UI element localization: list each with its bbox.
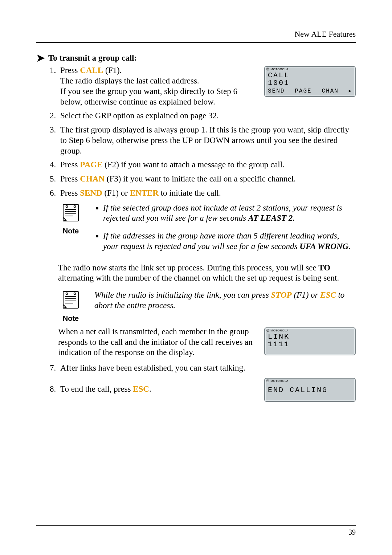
- para-to-b: TO: [318, 263, 330, 272]
- note1-item2-emph: UFA WRONG: [299, 242, 348, 251]
- note2-label: Note: [58, 314, 83, 323]
- step4-pre: Press: [60, 160, 80, 169]
- note-icon: [61, 290, 81, 310]
- step-5: Press CHAN (F3) if you want to initiate …: [58, 174, 356, 184]
- step-2: Select the GRP option as explained on pa…: [58, 111, 356, 121]
- svg-rect-7: [63, 291, 78, 308]
- lcd-call-line2: 1001: [266, 79, 354, 87]
- key-chan: CHAN: [80, 174, 105, 183]
- lcd-link-line1: LINK: [266, 333, 354, 340]
- step6-pre: Press: [60, 188, 80, 197]
- section-title: To transmit a group call:: [48, 53, 137, 64]
- lcd-scroll-right-icon: ▶: [349, 89, 352, 94]
- step5-post: (F3) if you want to initiate the call on…: [105, 174, 296, 183]
- key-esc: ESC: [320, 290, 336, 299]
- note1-item-2: If the addresses in the group have more …: [103, 231, 356, 252]
- note1-item1-emph: AT LEAST 2: [248, 213, 293, 223]
- step6-post: to initiate the call.: [159, 188, 221, 197]
- steps-list: Press CALL (F1). The radio displays the …: [58, 65, 356, 198]
- step5-pre: Press: [60, 174, 80, 183]
- lcd-end: MOTOROLA END CALLING: [264, 378, 356, 402]
- step-1: Press CALL (F1). The radio displays the …: [58, 65, 356, 107]
- step-7: After links have been established, you c…: [58, 363, 356, 374]
- note-2: Note While the radio is initializing the…: [58, 290, 356, 323]
- key-esc-2: ESC: [133, 384, 149, 393]
- lcd-call-line1: CALL: [266, 72, 354, 79]
- lcd-softkey-page: PAGE: [295, 87, 311, 95]
- step-8: To end the call, press ESC. MOTOROLA END…: [58, 377, 356, 402]
- step1-line-b: The radio displays the last called addre…: [60, 76, 257, 86]
- note1-label: Note: [58, 227, 83, 236]
- lcd-link-line2: 1111: [266, 340, 354, 348]
- key-call: CALL: [80, 66, 103, 75]
- step-4: Press PAGE (F2) if you want to attach a …: [58, 160, 356, 170]
- key-enter: ENTER: [130, 188, 159, 197]
- note2-a: While the radio is initializing the link…: [94, 290, 271, 299]
- step6-mid: (F1) or: [102, 188, 130, 197]
- step8-pre: To end the call, press: [60, 384, 133, 393]
- key-stop: STOP: [271, 290, 292, 299]
- note2-body: While the radio is initializing the link…: [94, 290, 356, 311]
- step-3: The first group displayed is always grou…: [58, 125, 356, 156]
- step1-line-a-pre: Press: [60, 66, 80, 75]
- lcd-softkey-chan: CHAN: [322, 87, 339, 95]
- para-to-a: The radio now starts the link set up pro…: [58, 263, 318, 272]
- running-header: New ALE Features: [36, 29, 356, 43]
- svg-rect-0: [63, 204, 78, 221]
- para-to-c: alternating with the number of the chann…: [58, 273, 339, 282]
- lcd-brand: MOTOROLA: [266, 329, 354, 332]
- page: New ALE Features ➤ To transmit a group c…: [0, 0, 392, 555]
- link-row: When a net call is transmitted, each mem…: [58, 327, 356, 358]
- lcd-end-line1: END CALLING: [266, 386, 354, 394]
- section-heading: ➤ To transmit a group call:: [36, 53, 356, 64]
- key-send: SEND: [80, 188, 102, 197]
- note1-item2-tail: .: [348, 242, 351, 251]
- note-icon: [61, 203, 81, 223]
- step-6: Press SEND (F1) or ENTER to initiate the…: [58, 188, 356, 199]
- note2-b: (F1) or: [292, 290, 320, 299]
- page-number: 39: [36, 525, 356, 537]
- paragraph-link: When a net call is transmitted, each mem…: [58, 327, 257, 358]
- lcd-brand: MOTOROLA: [266, 379, 354, 383]
- steps-list-continued: After links have been established, you c…: [58, 363, 356, 402]
- note1-item-1: If the selected group does not include a…: [103, 203, 356, 224]
- step1-line-c: If you see the group you want, skip dire…: [60, 86, 257, 107]
- arrow-right-icon: ➤: [36, 53, 45, 63]
- note1-item1-text: If the selected group does not include a…: [103, 203, 342, 223]
- lcd-call: MOTOROLA CALL 1001 SEND PAGE CHAN ▶: [264, 66, 356, 97]
- step1-line-a-tail: (F1).: [103, 66, 122, 75]
- step8-post: .: [149, 384, 151, 393]
- key-page: PAGE: [80, 160, 102, 169]
- paragraph-to: The radio now starts the link set up pro…: [58, 263, 356, 284]
- step4-post: (F2) if you want to attach a message to …: [103, 160, 285, 169]
- note-1: Note If the selected group does not incl…: [58, 203, 356, 259]
- lcd-brand: MOTOROLA: [266, 68, 354, 71]
- lcd-link: MOTOROLA LINK 1111: [264, 327, 356, 355]
- lcd-softkey-send: SEND: [268, 87, 285, 95]
- note1-item1-tail: .: [293, 213, 295, 223]
